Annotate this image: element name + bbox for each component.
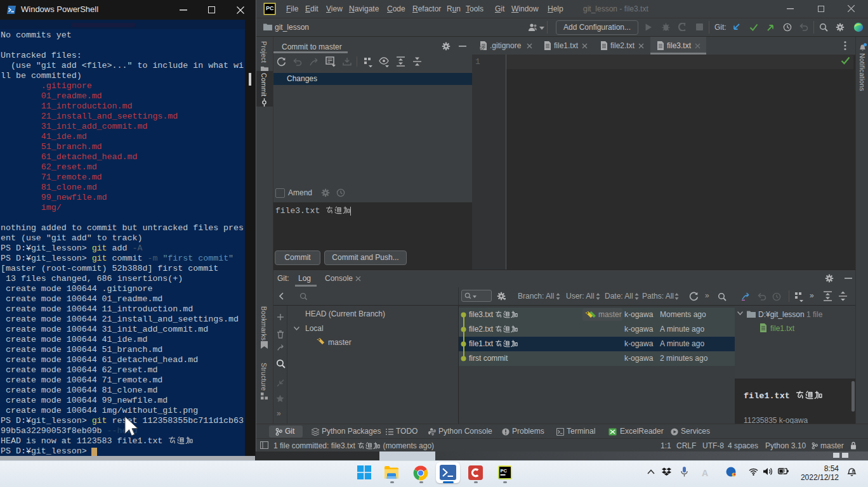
svg-text:PC: PC [501,468,508,474]
